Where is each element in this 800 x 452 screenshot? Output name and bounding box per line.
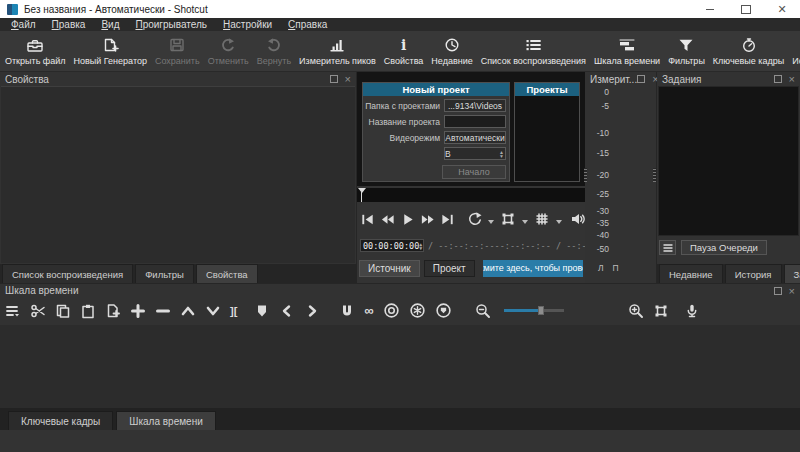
playhead-icon[interactable] [358, 188, 366, 193]
project-folder-button[interactable]: ...9134\Videos [444, 99, 506, 112]
menu-edit[interactable]: Правка [44, 19, 94, 30]
playlist-icon [523, 35, 543, 54]
new-generator-button[interactable]: Новый Генератор [70, 35, 151, 66]
pause-queue-button[interactable]: Пауза Очереди [681, 240, 767, 255]
open-file-button[interactable]: Открыть файл [1, 35, 70, 66]
timeline-zoom-slider[interactable] [504, 309, 564, 312]
peak-meter-button[interactable]: Измеритель пиков [295, 35, 380, 66]
zoom-fit-button[interactable] [653, 303, 669, 319]
jobs-menu-button[interactable] [659, 240, 676, 255]
ripple-delete-remove-button[interactable] [155, 303, 171, 319]
properties-button[interactable]: i Свойства [380, 35, 428, 66]
menu-file[interactable]: Файл [3, 19, 44, 30]
timeline-button[interactable]: Шкала времени [590, 35, 664, 66]
keyframes-button[interactable]: Ключевые кадры [709, 35, 788, 66]
tab-timeline[interactable]: Шкала времени [116, 411, 215, 430]
splitter-handle[interactable] [653, 168, 656, 182]
split-button[interactable]: ][ [230, 305, 237, 317]
tab-playlist[interactable]: Список воспроизведения [2, 264, 133, 283]
menu-help[interactable]: Справка [280, 19, 335, 30]
ripple-all-tracks-button[interactable] [409, 302, 426, 319]
history-button[interactable]: История [788, 35, 800, 66]
skip-end-button[interactable] [440, 212, 455, 227]
zoom-in-button[interactable] [628, 303, 644, 319]
splitter-handle[interactable] [584, 168, 587, 182]
menu-settings[interactable]: Настройки [215, 19, 280, 30]
start-button[interactable]: Начало [442, 165, 506, 179]
record-audio-button[interactable] [684, 303, 700, 319]
loop-menu-caret-icon[interactable] [488, 220, 494, 224]
video-mode-button[interactable]: Автоматически [444, 131, 506, 144]
tab-project[interactable]: Проект [424, 260, 475, 277]
tab-keyframes[interactable]: Ключевые кадры [8, 411, 113, 430]
db-tick: -5 [585, 101, 609, 111]
video-mode-combo[interactable]: В ▲▼ [444, 147, 506, 160]
close-panel-icon[interactable]: × [789, 287, 795, 295]
rewind-button[interactable] [380, 212, 395, 227]
project-name-label: Название проекта [363, 117, 444, 127]
tab-history[interactable]: История [725, 264, 782, 283]
ripple-delete-add-button[interactable] [130, 303, 146, 319]
save-button[interactable]: Сохранить [151, 35, 204, 66]
db-tick: -30 [585, 206, 609, 216]
lift-button[interactable] [180, 303, 196, 319]
copy-button[interactable] [55, 303, 71, 319]
seek-bar[interactable] [357, 188, 585, 202]
grid-button[interactable] [534, 211, 550, 227]
redo-button[interactable]: Вернуть [253, 35, 295, 66]
filters-button[interactable]: Фильтры [664, 35, 709, 66]
loop-button[interactable] [466, 211, 482, 227]
float-panel-icon[interactable] [774, 75, 782, 83]
zoom-slider-handle[interactable] [538, 306, 544, 315]
float-panel-icon[interactable] [330, 75, 338, 83]
timeline-toolbar: ][ ∞ [0, 297, 800, 324]
paste-button[interactable] [80, 303, 96, 319]
tab-jobs[interactable]: Задания [784, 264, 800, 283]
overwrite-button[interactable] [205, 303, 221, 319]
marker-button[interactable] [254, 303, 270, 319]
next-marker-button[interactable] [304, 303, 320, 319]
float-panel-icon[interactable] [637, 75, 645, 83]
undo-button[interactable]: Отменить [204, 35, 253, 66]
close-panel-icon[interactable]: × [345, 75, 351, 83]
timeline-menu-button[interactable] [5, 303, 21, 319]
timeline-tracks-area[interactable] [0, 325, 800, 408]
in-out-button[interactable] [500, 211, 516, 227]
maximize-button[interactable] [728, 0, 764, 18]
ripple-button[interactable] [383, 302, 400, 319]
spinner-arrows-icon[interactable]: ▲▼ [499, 150, 505, 158]
snap-button[interactable] [339, 303, 355, 319]
menu-player[interactable]: Проигрыватель [127, 19, 215, 30]
cut-button[interactable] [30, 303, 46, 319]
tab-recent[interactable]: Недавние [659, 264, 723, 283]
playlist-button[interactable]: Список воспроизведения [477, 35, 590, 66]
fast-forward-button[interactable] [420, 212, 435, 227]
minimize-button[interactable] [692, 0, 728, 18]
timecode-field[interactable]: 00:00:00:00 ▲▼ [360, 239, 424, 252]
close-button[interactable]: ✕ [764, 0, 800, 18]
prev-marker-button[interactable] [279, 303, 295, 319]
ripple-markers-button[interactable] [435, 302, 452, 319]
volume-button[interactable] [570, 211, 586, 227]
grid-menu-caret-icon[interactable] [556, 220, 562, 224]
scrub-while-dragging-button[interactable]: ∞ [364, 303, 373, 318]
tab-filters[interactable]: Фильтры [135, 264, 194, 283]
play-button[interactable] [400, 212, 415, 227]
append-button[interactable] [105, 303, 121, 319]
keyframes-stopwatch-icon [739, 35, 759, 54]
tab-source[interactable]: Источник [359, 260, 420, 277]
skip-start-button[interactable] [360, 212, 375, 227]
new-project-dialog: Новый проект Папка с проектами ...9134\V… [362, 82, 510, 182]
tab-properties[interactable]: Свойства [196, 264, 258, 283]
menu-view[interactable]: Вид [93, 19, 127, 30]
recent-button[interactable]: Недавние [427, 35, 476, 66]
close-panel-icon[interactable]: × [789, 75, 795, 83]
project-name-input[interactable] [444, 115, 506, 128]
zoom-out-button[interactable] [475, 303, 491, 319]
float-panel-icon[interactable] [774, 287, 782, 295]
in-out-menu-caret-icon[interactable] [522, 220, 528, 224]
update-check-button[interactable]: Нажмите здесь, чтобы провер... [483, 260, 583, 277]
timecode-spinner-icon[interactable]: ▲▼ [419, 242, 423, 250]
video-preview: Новый проект Папка с проектами ...9134\V… [357, 72, 585, 186]
dock-area: Свойства × Список воспроизведения Фильтр… [0, 72, 800, 283]
